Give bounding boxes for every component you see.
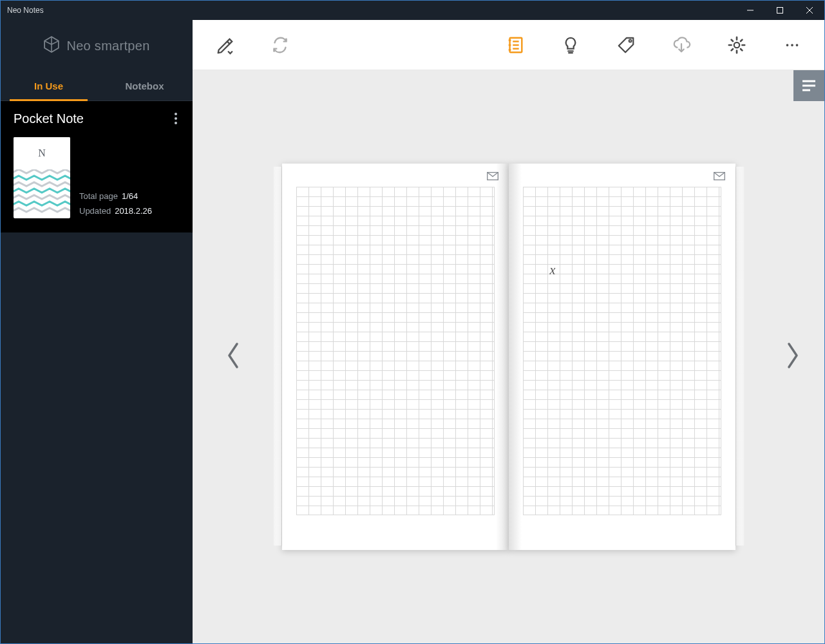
notebook-spread: x (282, 164, 735, 550)
page-stack-right (735, 166, 744, 546)
pen-icon (215, 35, 234, 55)
brand-text: Neo smartpen (66, 39, 149, 53)
notebook-thumbnail: N (14, 137, 70, 218)
thumb-top: N (14, 137, 70, 169)
minimize-button[interactable] (735, 1, 765, 20)
side-panel-toggle[interactable] (793, 70, 824, 101)
svg-point-14 (734, 42, 739, 47)
svg-rect-1 (777, 8, 783, 14)
notebook-item[interactable]: Pocket Note N (1, 101, 193, 232)
notebook-body: N (14, 137, 180, 218)
notebook-meta: Total page 1/64 Updated 2018.2.26 (79, 137, 152, 218)
pen-button[interactable] (214, 35, 235, 55)
sidebar-tabs: In Use Notebox (1, 71, 193, 101)
tab-in-use-label: In Use (34, 80, 63, 91)
gear-icon (727, 35, 746, 55)
svg-point-16 (791, 44, 793, 46)
page-left-grid (296, 187, 495, 515)
window-title: Neo Notes (7, 6, 44, 15)
toolbar (193, 20, 824, 70)
thumb-letter: N (38, 147, 46, 159)
thumb-pattern (14, 169, 70, 218)
tab-notebox-label: Notebox (126, 80, 164, 91)
tab-notebox[interactable]: Notebox (97, 71, 193, 100)
more-button[interactable] (782, 35, 802, 55)
close-button[interactable] (795, 1, 824, 20)
more-icon (782, 35, 802, 55)
meta-total-page-label: Total page (79, 191, 118, 201)
page-left[interactable] (282, 164, 509, 550)
cloud-download-button[interactable] (671, 35, 692, 55)
brand-logo-icon (43, 36, 60, 55)
sync-button[interactable] (270, 35, 290, 55)
meta-updated-label: Updated (79, 206, 111, 216)
next-page-button[interactable] (784, 341, 801, 372)
tag-icon (616, 35, 636, 55)
tag-button[interactable] (616, 35, 636, 55)
meta-total-page-value: 1/64 (122, 191, 138, 201)
body: Neo smartpen In Use Notebox Pocket Note … (1, 20, 824, 643)
notebook-more-button[interactable] (172, 110, 180, 127)
notebook-icon (506, 35, 525, 55)
sync-icon (270, 35, 290, 55)
chevron-left-icon (225, 341, 242, 370)
tab-in-use[interactable]: In Use (1, 71, 97, 100)
lightbulb-icon (561, 35, 580, 55)
page-viewer: x (193, 70, 824, 643)
page-right[interactable]: x (509, 164, 735, 550)
meta-total-page: Total page 1/64 (79, 191, 152, 201)
chevron-right-icon (784, 341, 801, 370)
notebook-header: Pocket Note (14, 110, 180, 127)
window-controls (735, 1, 824, 20)
meta-updated-value: 2018.2.26 (115, 206, 152, 216)
svg-point-15 (786, 44, 789, 46)
menu-icon (801, 79, 817, 92)
meta-updated: Updated 2018.2.26 (79, 206, 152, 216)
page-right-grid: x (523, 187, 721, 515)
notebook-list: Pocket Note N (1, 101, 193, 643)
mail-icon-right (714, 171, 725, 183)
mail-icon-left (487, 171, 498, 183)
brand: Neo smartpen (1, 20, 193, 71)
notebook-title: Pocket Note (14, 111, 84, 126)
svg-point-13 (629, 39, 632, 42)
app-window: Neo Notes Neo smartpen In Use (0, 0, 825, 644)
page-stack-left (273, 166, 282, 546)
idea-button[interactable] (560, 35, 581, 55)
ink-stroke: x (550, 263, 556, 278)
maximize-button[interactable] (765, 1, 795, 20)
svg-point-17 (796, 44, 799, 46)
cloud-download-icon (672, 35, 691, 55)
window-titlebar: Neo Notes (1, 1, 824, 20)
settings-button[interactable] (726, 35, 747, 55)
sidebar: Neo smartpen In Use Notebox Pocket Note … (1, 20, 193, 643)
main: x (193, 20, 824, 643)
notebook-view-button[interactable] (505, 35, 526, 55)
prev-page-button[interactable] (225, 341, 242, 372)
